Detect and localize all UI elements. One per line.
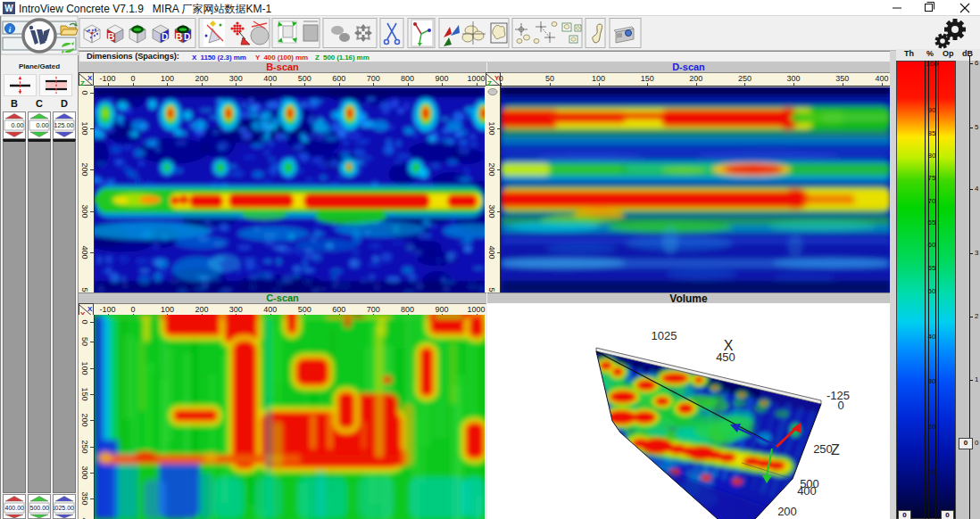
svg-text:B: B <box>108 31 115 42</box>
svg-text:W: W <box>4 4 13 13</box>
svg-text:D: D <box>184 32 190 42</box>
svg-text:400.00: 400.00 <box>5 505 25 511</box>
svg-text:400: 400 <box>797 484 817 498</box>
svg-text:0: 0 <box>837 399 843 412</box>
svg-text:B: B <box>176 31 183 42</box>
svg-text:0.00: 0.00 <box>37 121 49 129</box>
svg-text:1025.00: 1025.00 <box>54 505 74 511</box>
svg-text:1025: 1025 <box>652 329 677 342</box>
svg-text:250: 250 <box>813 442 833 456</box>
svg-text:Z: Z <box>80 79 85 86</box>
svg-text:D: D <box>162 32 168 42</box>
svg-text:-125.00: -125.00 <box>54 121 74 129</box>
svg-text:Z: Z <box>831 442 840 457</box>
svg-text:200: 200 <box>777 505 797 518</box>
svg-text:0.00: 0.00 <box>12 121 24 129</box>
svg-text:450: 450 <box>716 350 735 364</box>
svg-text:500.00: 500.00 <box>30 505 50 511</box>
